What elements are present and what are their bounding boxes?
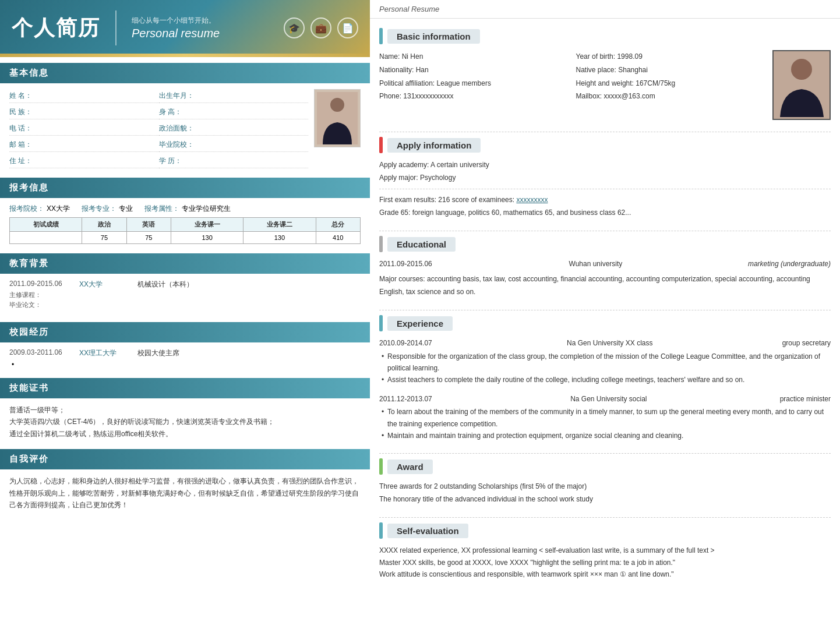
- edu-courses: 主修课程：: [9, 291, 361, 299]
- apply-major-line: Apply major: Psychology: [379, 172, 831, 185]
- left-panel: 个人简历 细心从每一个小细节开始。 Personal resume 🎓 💼 📄 …: [0, 0, 370, 629]
- table-header-total: 总分: [316, 218, 360, 232]
- selfeval-section-title: 自我评价: [9, 454, 49, 465]
- edu-indicator: [379, 236, 383, 252]
- selfeval-section-header: 自我评价: [0, 449, 370, 469]
- apply-academy-value: XX大学: [47, 204, 70, 214]
- exp-bullet-2-2: Maintain and maintain training and prote…: [382, 430, 831, 441]
- left-subtitle-en: Personal resume: [132, 27, 220, 40]
- left-header: 个人简历 细心从每一个小细节开始。 Personal resume 🎓 💼 📄: [0, 0, 370, 54]
- right-exp-section: Experience 2010.09-2014.07 Na Gen Univer…: [379, 315, 831, 441]
- label-politics: 政治面貌：: [159, 123, 194, 133]
- label-email: 邮 箱：: [9, 140, 41, 150]
- left-subtitle-cn: 细心从每一个小细节开始。: [132, 16, 220, 26]
- divider-4: [379, 453, 831, 454]
- award-content: Three awards for 2 outstanding Scholarsh…: [379, 480, 831, 506]
- basic-mailbox: Mailbox: xxxxx@163.com: [576, 90, 773, 103]
- table-score-total: 410: [316, 232, 360, 244]
- skills-section-header: 技能证书: [0, 378, 370, 398]
- svg-point-3: [791, 59, 812, 80]
- exp-org-1: Na Gen University XX class: [437, 337, 782, 349]
- label-school: 毕业院校：: [159, 140, 194, 150]
- left-header-icons: 🎓 💼 📄: [284, 17, 358, 38]
- basic-nationality: Nationality: Han: [379, 63, 576, 77]
- right-apply-section: Apply information Apply academy: A certa…: [379, 137, 831, 219]
- basic-info-fields: 姓 名： 出生年月： 民 族： 身 高：: [9, 89, 308, 168]
- basic-info-left: Name: Ni Hen Nationality: Han Political …: [379, 50, 576, 120]
- edu-date: 2011.09-2015.06: [9, 280, 68, 289]
- basic-section-title: 基本信息: [9, 68, 49, 79]
- skills-text: 普通话一级甲等； 大学英语四/六级（CET-4/6），良好的听说读写能力，快速浏…: [9, 404, 361, 440]
- right-apply-title: Apply information: [379, 137, 831, 153]
- edu-row1: 2011.09-2015.06 XX大学 机械设计（本科）: [9, 280, 361, 289]
- table-score-label: [10, 232, 82, 244]
- apply-type-value: 专业学位研究生: [182, 204, 231, 214]
- table-header-english: 英语: [126, 218, 171, 232]
- exp-bullet-2-1: To learn about the training of the membe…: [382, 406, 831, 430]
- basic-info-right: Year of birth: 1998.09 Native place: Sha…: [576, 50, 773, 120]
- basic-birthyear: Year of birth: 1998.09: [576, 50, 773, 63]
- exp-header-1: 2010.09-2014.07 Na Gen University XX cla…: [379, 337, 831, 349]
- exp-indicator: [379, 315, 383, 331]
- divider-2: [379, 231, 831, 231]
- award-label: Award: [387, 460, 433, 474]
- apply-section-header: 报考信息: [0, 178, 370, 198]
- basic-section-content: 姓 名： 出生年月： 民 族： 身 高：: [0, 83, 370, 172]
- apply-academy-label: 报考院校：: [9, 204, 44, 214]
- left-apply-section: 报考信息 报考院校： XX大学 报考专业： 专业 报考属性： 专业学位研究生: [0, 178, 370, 248]
- apply-indicator: [379, 137, 383, 153]
- edu-section-title: 教育背景: [9, 258, 49, 269]
- left-edu-section: 教育背景 2011.09-2015.06 XX大学 机械设计（本科） 主修课程：…: [0, 253, 370, 316]
- edu-section-header: 教育背景: [0, 253, 370, 274]
- basic-name: Name: Ni Hen: [379, 50, 576, 63]
- selfeval-text: 为人沉稳，心志好，能和身边的人很好相处学习监督，有很强的进取心，做事认真负责，有…: [9, 475, 361, 511]
- person-silhouette: [317, 92, 358, 144]
- basic-indicator: [379, 28, 383, 44]
- divider-5: [379, 517, 831, 518]
- right-basic-section: Basic information Name: Ni Hen Nationali…: [379, 28, 831, 120]
- left-skills-section: 技能证书 普通话一级甲等； 大学英语四/六级（CET-4/6），良好的听说读写能…: [0, 378, 370, 443]
- left-title-sub: 细心从每一个小细节开始。 Personal resume: [132, 16, 220, 40]
- left-selfeval-section: 自我评价 为人沉稳，心志好，能和身边的人很好相处学习监督，有很强的进取心，做事认…: [0, 449, 370, 514]
- label-name: 姓 名：: [9, 91, 41, 101]
- right-header: Personal Resume: [370, 0, 840, 19]
- apply-major-label: 报考专业：: [82, 204, 117, 214]
- right-photo-silhouette: [777, 53, 827, 117]
- basic-row-address: 住 址：: [9, 154, 159, 168]
- right-edu-section: Educational 2011.09-2015.06 Wuhan univer…: [379, 236, 831, 298]
- exp-role-1: group secretary: [782, 337, 831, 349]
- basic-row-ethnicity: 民 族：: [9, 105, 159, 119]
- table-score-english: 75: [126, 232, 171, 244]
- exp-bullet-1-1: Responsible for the organization of the …: [382, 351, 831, 374]
- table-row-label-header: 初试成绩: [10, 218, 82, 232]
- apply-divider: [379, 189, 831, 189]
- right-photo-box: [772, 50, 831, 120]
- apply-link: xxxxxxxxx: [516, 196, 548, 204]
- briefcase-icon: 💼: [310, 17, 331, 38]
- exp-date-1: 2010.09-2014.07: [379, 337, 437, 349]
- right-selfeval-section: Self-evaluation XXXX related experience,…: [379, 522, 831, 580]
- basic-row-politics: 政治面貌：: [159, 122, 309, 136]
- table-score-course1: 130: [171, 232, 243, 244]
- apply-score-table: 初试成绩 政治 英语 业务课一 业务课二 总分 75 75 130 130 41…: [9, 217, 361, 244]
- svg-point-1: [330, 98, 344, 112]
- exp-label: Experience: [387, 316, 453, 331]
- basic-phone: Phone: 131xxxxxxxxxxx: [379, 90, 576, 103]
- edu-r-date: 2011.09-2015.06: [379, 258, 443, 271]
- selfeval-section-content: 为人沉稳，心志好，能和身边的人很好相处学习监督，有很强的进取心，做事认真负责，有…: [0, 469, 370, 514]
- exp-bullet-1-2: Assist teachers to complete the daily ro…: [382, 374, 831, 386]
- table-header-course2: 业务课二: [243, 218, 316, 232]
- basic-political: Political affiliation: League members: [379, 77, 576, 90]
- edu-r-courses: Major courses: accounting basis, tax law…: [379, 273, 831, 298]
- exp-body-2: To learn about the training of the membe…: [379, 406, 831, 441]
- apply-label: Apply information: [387, 138, 481, 153]
- campus-section-content: 2009.03-2011.06 XX理工大学 校园大使主席 •: [0, 342, 370, 372]
- exp-role-2: practice minister: [780, 393, 831, 405]
- exp-entry-1: 2010.09-2014.07 Na Gen University XX cla…: [379, 337, 831, 386]
- apply-score-line: First exam results: 216 score of examine…: [379, 194, 831, 207]
- skills-section-title: 技能证书: [9, 383, 49, 394]
- exp-entry-2: 2011.12-2013.07 Na Gen University social…: [379, 393, 831, 442]
- selfeval-label: Self-evaluation: [387, 524, 468, 538]
- right-award-section: Award Three awards for 2 outstanding Sch…: [379, 458, 831, 506]
- right-selfeval-title: Self-evaluation: [379, 522, 831, 539]
